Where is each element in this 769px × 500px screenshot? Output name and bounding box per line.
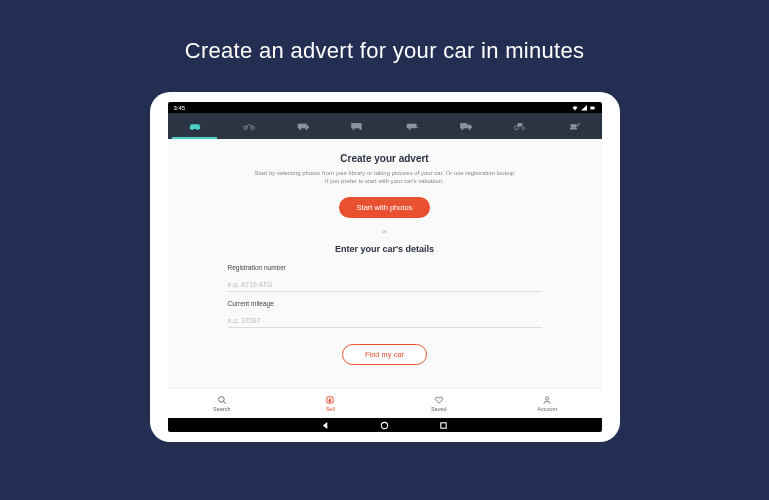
van-icon (296, 121, 310, 131)
svg-point-13 (408, 128, 410, 130)
category-tab-truck[interactable] (439, 113, 493, 139)
svg-point-20 (522, 127, 524, 129)
page-description: Start by selecting photos from your libr… (255, 169, 515, 186)
svg-point-23 (218, 397, 224, 403)
svg-rect-15 (460, 123, 467, 128)
svg-point-16 (461, 128, 463, 130)
field-registration: Registration number (228, 264, 542, 292)
svg-rect-18 (518, 123, 523, 127)
svg-rect-22 (570, 128, 577, 130)
status-time: 3:45 (174, 105, 186, 111)
mileage-input[interactable] (228, 314, 542, 328)
nav-search[interactable]: Search (168, 389, 277, 418)
signal-icon (581, 105, 587, 111)
device-screen: 3:45 Create your advert Start by selecti… (168, 102, 602, 432)
search-icon (217, 395, 227, 405)
find-my-car-button[interactable]: Find my car (342, 344, 427, 365)
car-icon (188, 121, 202, 131)
status-bar: 3:45 (168, 102, 602, 113)
category-tabs (168, 113, 602, 139)
sell-icon: £ (325, 395, 335, 405)
category-tab-van[interactable] (276, 113, 330, 139)
svg-rect-7 (298, 124, 307, 129)
registration-input[interactable] (228, 278, 542, 292)
account-icon (542, 395, 552, 405)
svg-rect-2 (594, 107, 595, 108)
sys-home-button[interactable] (380, 421, 389, 430)
farm-icon (513, 121, 527, 131)
svg-point-3 (191, 128, 193, 130)
svg-rect-29 (441, 422, 446, 427)
svg-point-17 (468, 128, 470, 130)
truck-icon (459, 121, 473, 131)
svg-point-19 (515, 126, 519, 130)
svg-point-9 (306, 128, 308, 130)
wifi-icon (572, 105, 578, 111)
svg-rect-1 (590, 107, 594, 109)
svg-rect-10 (352, 123, 363, 128)
nav-saved-label: Saved (431, 406, 447, 412)
start-with-photos-button[interactable]: Start with photos (339, 197, 431, 218)
registration-label: Registration number (228, 264, 542, 271)
sys-recents-button[interactable] (439, 421, 448, 430)
svg-point-28 (381, 422, 387, 428)
nav-saved[interactable]: Saved (385, 389, 494, 418)
category-tab-bike[interactable] (222, 113, 276, 139)
svg-point-12 (360, 128, 362, 130)
mileage-label: Current mileage (228, 300, 542, 307)
caravan-icon (405, 121, 419, 131)
category-tab-plant[interactable] (547, 113, 601, 139)
plant-icon (567, 121, 581, 131)
motorhome-icon (350, 121, 364, 131)
nav-account[interactable]: Account (493, 389, 602, 418)
svg-point-27 (546, 397, 549, 400)
svg-point-11 (353, 128, 355, 130)
category-tab-car[interactable] (168, 113, 222, 139)
category-tab-motorhome[interactable] (330, 113, 384, 139)
bike-icon (242, 121, 256, 131)
svg-text:£: £ (329, 398, 332, 403)
device-frame: 3:45 Create your advert Start by selecti… (150, 92, 620, 442)
divider-or: or (228, 228, 542, 234)
svg-rect-21 (571, 124, 577, 128)
svg-point-4 (196, 128, 198, 130)
system-nav (168, 418, 602, 432)
category-tab-caravan[interactable] (385, 113, 439, 139)
category-tab-farm[interactable] (493, 113, 547, 139)
nav-search-label: Search (213, 406, 230, 412)
details-subtitle: Enter your car's details (228, 244, 542, 254)
bottom-nav: Search £ Sell Saved Account (168, 388, 602, 418)
svg-line-24 (223, 402, 225, 404)
nav-account-label: Account (537, 406, 557, 412)
battery-icon (590, 105, 596, 111)
marketing-title: Create an advert for your car in minutes (185, 38, 585, 64)
sys-back-button[interactable] (321, 421, 330, 430)
field-mileage: Current mileage (228, 300, 542, 328)
main-content: Create your advert Start by selecting ph… (168, 139, 602, 388)
status-icons (572, 105, 596, 111)
page-title: Create your advert (228, 153, 542, 164)
nav-sell[interactable]: £ Sell (276, 389, 385, 418)
nav-sell-label: Sell (326, 406, 335, 412)
svg-rect-14 (416, 127, 418, 128)
svg-point-8 (299, 128, 301, 130)
heart-icon (434, 395, 444, 405)
